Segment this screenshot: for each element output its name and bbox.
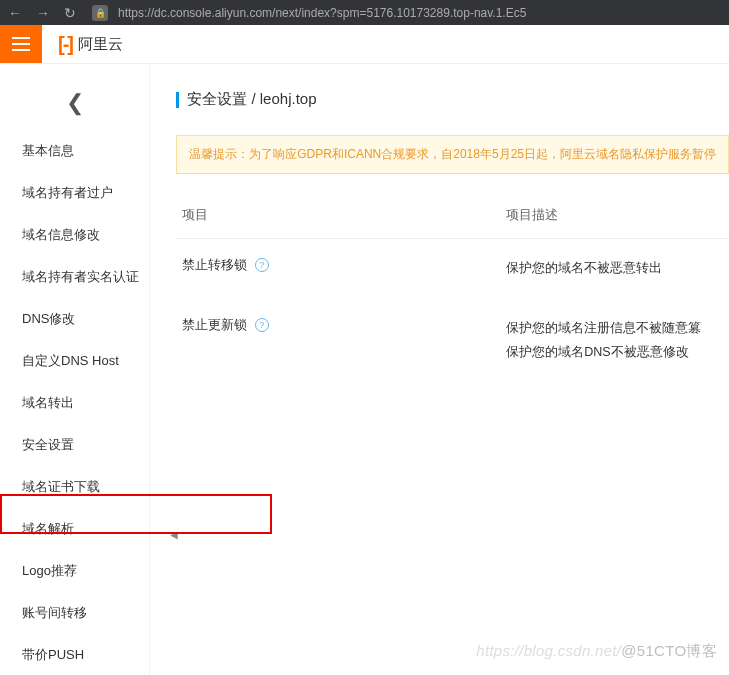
sidebar-item-label: Logo推荐 [22,563,77,578]
sidebar-item-label: 基本信息 [22,143,74,158]
sidebar-item-account-transfer[interactable]: 账号间转移 [0,592,149,634]
row-desc: 保护您的域名注册信息不被随意篡 保护您的域名DNS不被恶意修改 [506,317,729,365]
logo[interactable]: [-] 阿里云 [42,25,123,63]
top-header: [-] 阿里云 [0,25,729,64]
notice-text: 温馨提示：为了响应GDPR和ICANN合规要求，自2018年5月25日起，阿里云… [189,147,716,161]
browser-chrome-bar: ← → ↻ 🔒 https://dc.console.aliyun.com/ne… [0,0,729,25]
row-desc: 保护您的域名不被恶意转出 [506,257,729,281]
sidebar-item-realname[interactable]: 域名持有者实名认证 [0,256,149,298]
main-content: 安全设置 / leohj.top 温馨提示：为了响应GDPR和ICANN合规要求… [150,64,729,675]
browser-reload-icon[interactable]: ↻ [64,6,76,20]
security-table: 项目 项目描述 禁止转移锁 ? 保护您的域名不被恶意转出 禁止更新锁 ? 保护您… [176,192,729,382]
sidebar-item-info-modify[interactable]: 域名信息修改 [0,214,149,256]
sidebar-item-owner-transfer[interactable]: 域名持有者过户 [0,172,149,214]
browser-nav-controls: ← → ↻ [8,6,76,20]
sidebar-item-cert-download[interactable]: 域名证书下载 [0,466,149,508]
lock-icon: 🔒 [92,5,108,21]
hamburger-icon [12,37,30,51]
sidebar-item-label: 账号间转移 [22,605,87,620]
table-header: 项目 项目描述 [176,192,729,239]
sidebar-item-transfer-out[interactable]: 域名转出 [0,382,149,424]
sidebar-item-label: DNS修改 [22,311,75,326]
sidebar-item-label: 域名持有者实名认证 [22,269,139,284]
sidebar-item-price-push[interactable]: 带价PUSH [0,634,149,675]
row-name: 禁止转移锁 [182,258,247,272]
table-header-item: 项目描述 [506,206,729,224]
browser-forward-icon[interactable]: → [36,6,50,20]
sidebar-item-label: 域名信息修改 [22,227,100,242]
menu-toggle-button[interactable] [0,25,42,63]
breadcrumb: 安全设置 / leohj.top [176,90,729,109]
browser-back-icon[interactable]: ← [8,6,22,20]
notice-banner: 温馨提示：为了响应GDPR和ICANN合规要求，自2018年5月25日起，阿里云… [176,135,729,174]
browser-url-area[interactable]: 🔒 https://dc.console.aliyun.com/next/ind… [92,5,526,21]
row-name: 禁止更新锁 [182,318,247,332]
help-icon[interactable]: ? [255,258,269,272]
breadcrumb-accent-bar [176,92,179,108]
sidebar-item-label: 域名解析 [22,521,74,536]
sidebar-item-basic-info[interactable]: 基本信息 [0,130,149,172]
sidebar-item-custom-dns[interactable]: 自定义DNS Host [0,340,149,382]
sidebar-item-logo-recommend[interactable]: Logo推荐 [0,550,149,592]
logo-mark-icon: [-] [58,33,72,56]
browser-url: https://dc.console.aliyun.com/next/index… [118,6,526,20]
sidebar: ❮ 基本信息 域名持有者过户 域名信息修改 域名持有者实名认证 DNS修改 自定… [0,64,150,675]
row-name-cell: 禁止转移锁 ? [176,257,506,281]
chevron-left-icon: ❮ [66,90,84,115]
sidebar-back-button[interactable]: ❮ [0,82,149,130]
sidebar-item-label: 域名转出 [22,395,74,410]
table-header-item: 项目 [176,206,506,224]
logo-text: 阿里云 [78,35,123,54]
sidebar-item-security[interactable]: 安全设置 [0,424,149,466]
sidebar-item-label: 域名持有者过户 [22,185,113,200]
sidebar-item-label: 安全设置 [22,437,74,452]
sidebar-item-dns-modify[interactable]: DNS修改 [0,298,149,340]
sidebar-item-dns-resolve[interactable]: 域名解析 [0,508,149,550]
table-row: 禁止更新锁 ? 保护您的域名注册信息不被随意篡 保护您的域名DNS不被恶意修改 [176,299,729,383]
sidebar-item-label: 自定义DNS Host [22,353,119,368]
row-name-cell: 禁止更新锁 ? [176,317,506,365]
sidebar-item-label: 带价PUSH [22,647,84,662]
table-row: 禁止转移锁 ? 保护您的域名不被恶意转出 [176,239,729,299]
sidebar-item-label: 域名证书下载 [22,479,100,494]
help-icon[interactable]: ? [255,318,269,332]
breadcrumb-text: 安全设置 / leohj.top [187,90,316,109]
